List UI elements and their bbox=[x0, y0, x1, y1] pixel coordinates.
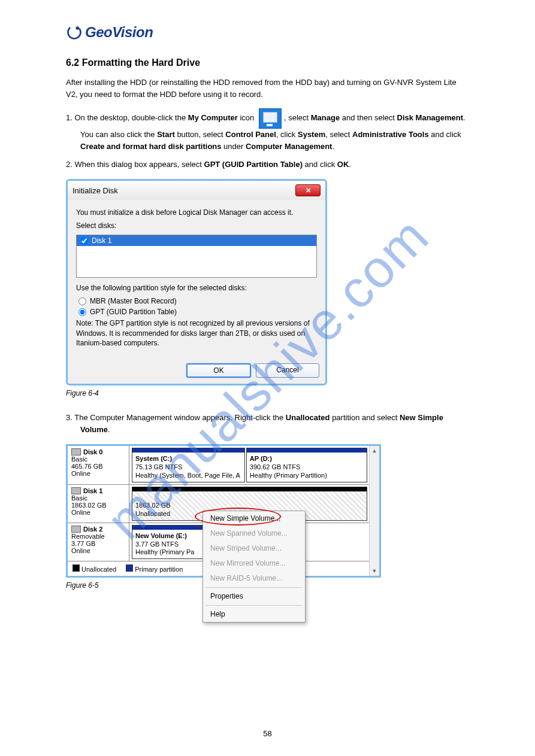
step-1: 1. On the desktop, double-click the My C… bbox=[66, 108, 469, 153]
disk-0-info: Disk 0 Basic 465.76 GB Online bbox=[68, 446, 129, 484]
disk-list-item[interactable]: Disk 1 bbox=[77, 235, 316, 246]
disk-icon bbox=[71, 526, 81, 533]
disk-icon bbox=[71, 487, 81, 494]
dialog-message: You must initialize a disk before Logica… bbox=[76, 208, 317, 217]
section-heading: 6.2 Formatting the Hard Drive bbox=[66, 57, 469, 68]
disk-row-0: Disk 0 Basic 465.76 GB Online System (C:… bbox=[68, 446, 370, 484]
menu-new-spanned-volume: New Spanned Volume... bbox=[203, 526, 305, 541]
scrollbar[interactable]: ▲ ▼ bbox=[369, 446, 379, 576]
scroll-up-icon[interactable]: ▲ bbox=[372, 446, 377, 456]
menu-help[interactable]: Help bbox=[203, 607, 305, 622]
svg-point-1 bbox=[75, 26, 79, 30]
disk-2-info: Disk 2 Removable 3.77 GB Online bbox=[68, 523, 129, 561]
partition-ap-d[interactable]: AP (D:)390.62 GB NTFSHealthy (Primary Pa… bbox=[246, 448, 367, 482]
my-computer-icon bbox=[259, 108, 282, 129]
radio-gpt[interactable]: GPT (GUID Partition Table) bbox=[78, 308, 317, 316]
disk-icon bbox=[71, 448, 81, 456]
partition-style-label: Use the following partition style for th… bbox=[76, 284, 317, 292]
partition-system-c[interactable]: System (C:)75.13 GB NTFSHealthy (System,… bbox=[132, 448, 245, 482]
logo-mark-icon bbox=[66, 24, 83, 41]
menu-new-mirrored-volume: New Mirrored Volume... bbox=[203, 556, 305, 571]
figure-disk-management: Disk 0 Basic 465.76 GB Online System (C:… bbox=[66, 444, 469, 590]
disk-checkbox[interactable] bbox=[80, 237, 88, 245]
figure-initialize-disk: Initialize Disk ✕ You must initialize a … bbox=[66, 179, 469, 397]
legend-swatch-primary bbox=[126, 564, 133, 572]
svg-point-0 bbox=[66, 24, 83, 41]
radio-gpt-input[interactable] bbox=[78, 308, 86, 316]
menu-separator bbox=[205, 587, 303, 588]
dialog-note: Note: The GPT partition style is not rec… bbox=[76, 318, 317, 348]
dialog-title: Initialize Disk bbox=[72, 186, 118, 195]
select-disks-label: Select disks: bbox=[76, 221, 317, 230]
radio-mbr[interactable]: MBR (Master Boot Record) bbox=[78, 297, 317, 305]
initialize-disk-dialog: Initialize Disk ✕ You must initialize a … bbox=[66, 179, 327, 385]
scroll-down-icon[interactable]: ▼ bbox=[372, 566, 377, 576]
page-number: 58 bbox=[0, 729, 535, 738]
menu-separator bbox=[205, 605, 303, 606]
close-button[interactable]: ✕ bbox=[295, 184, 321, 196]
menu-new-striped-volume: New Striped Volume... bbox=[203, 541, 305, 556]
step-3: 3. The Computer Management window appear… bbox=[66, 412, 469, 436]
menu-properties[interactable]: Properties bbox=[203, 589, 305, 604]
intro-paragraph: After installing the HDD (or reinstallin… bbox=[66, 77, 469, 100]
logo-text: GeoVision bbox=[85, 24, 153, 41]
menu-new-raid5-volume: New RAID-5 Volume... bbox=[203, 571, 305, 586]
brand-logo: GeoVision bbox=[66, 24, 469, 41]
step-2: 2. When this dialog box appears, select … bbox=[66, 159, 469, 171]
menu-new-simple-volume[interactable]: New Simple Volume... bbox=[203, 511, 305, 526]
context-menu: New Simple Volume... New Spanned Volume.… bbox=[202, 511, 306, 623]
figure-1-caption: Figure 6-4 bbox=[66, 389, 469, 397]
partition-new-volume-e[interactable]: New Volume (E:)3.77 GB NTFSHealthy (Prim… bbox=[132, 525, 210, 559]
cancel-button[interactable]: Cancel bbox=[256, 363, 319, 378]
radio-mbr-input[interactable] bbox=[78, 297, 86, 305]
disk-1-info: Disk 1 Basic 1863.02 GB Online bbox=[68, 485, 129, 523]
ok-button[interactable]: OK bbox=[186, 363, 251, 378]
legend-swatch-unallocated bbox=[72, 564, 80, 572]
disk-listbox[interactable]: Disk 1 bbox=[76, 235, 317, 278]
disk-management-window: Disk 0 Basic 465.76 GB Online System (C:… bbox=[66, 444, 381, 578]
